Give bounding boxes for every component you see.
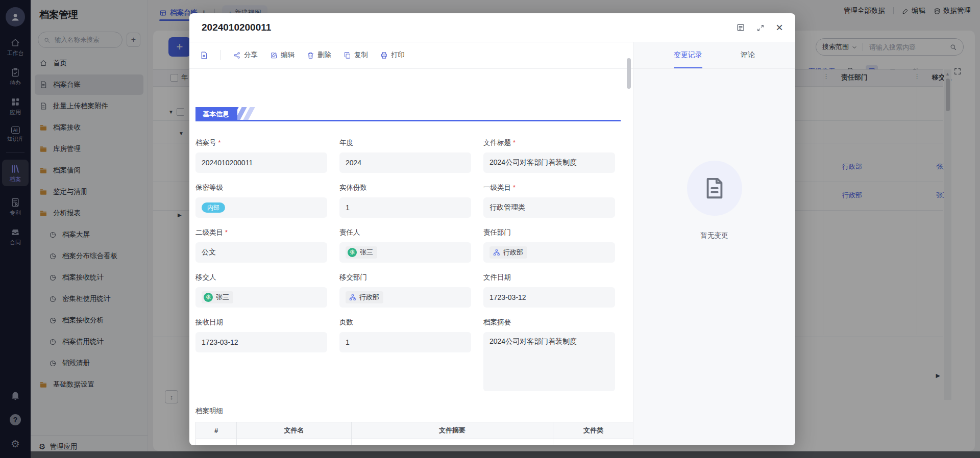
modal-side-panel: 变更记录 评论 暂无变更 bbox=[633, 42, 795, 445]
close-icon[interactable]: × bbox=[776, 22, 783, 33]
modal-content-pane: 分享 编辑 删除 复制 打印 基本信息 bbox=[189, 42, 633, 445]
delete-button[interactable]: 删除 bbox=[307, 50, 331, 60]
print-icon bbox=[380, 51, 388, 59]
trash-icon bbox=[307, 51, 314, 59]
share-button[interactable]: 分享 bbox=[233, 50, 258, 60]
record-detail-modal: 2024010200011 × 分享 编辑 删除 复制 bbox=[189, 13, 795, 445]
detail-row[interactable]: 1 2024公司对客部门着装制度 2024公司对客部门着装制度 bbox=[196, 439, 633, 445]
expand-icon[interactable] bbox=[756, 23, 765, 32]
edit-icon bbox=[270, 51, 278, 59]
user-avatar: 张 bbox=[204, 293, 213, 302]
field-year: 年度 2024 bbox=[339, 138, 471, 173]
org-icon bbox=[493, 249, 500, 256]
doc-preview-icon[interactable] bbox=[200, 50, 208, 60]
field-file-date: 文件日期 1723-03-12 bbox=[483, 273, 615, 308]
detail-col-index: # bbox=[196, 422, 237, 439]
empty-state-doc-icon bbox=[687, 161, 742, 216]
field-owner-dept: 责任部门 行政部 bbox=[483, 228, 615, 263]
field-value[interactable]: 行政部 bbox=[483, 242, 615, 263]
detail-col-filetype: 文件类 bbox=[553, 422, 633, 439]
edit-button[interactable]: 编辑 bbox=[270, 50, 295, 60]
empty-state-text: 暂无变更 bbox=[701, 231, 728, 240]
share-icon bbox=[233, 51, 241, 59]
modal-scrollbar-thumb[interactable] bbox=[627, 58, 631, 89]
field-value[interactable]: 公文 bbox=[195, 242, 327, 263]
field-value[interactable]: 1 bbox=[339, 332, 471, 352]
field-value[interactable]: 1723-03-12 bbox=[195, 332, 327, 352]
org-icon bbox=[349, 294, 356, 301]
field-value[interactable]: 2024 bbox=[339, 152, 471, 173]
secret-level-badge: 内部 bbox=[202, 202, 225, 213]
field-secret-level: 保密等级 内部 bbox=[195, 183, 327, 218]
field-value[interactable]: 张 张三 bbox=[195, 287, 327, 308]
field-summary: 档案摘要 2024公司对客部门着装制度 bbox=[483, 318, 615, 391]
field-value[interactable]: 张 张三 bbox=[339, 242, 471, 263]
field-archive-no: 档案号 2024010200011 bbox=[195, 138, 327, 173]
tab-change-log[interactable]: 变更记录 bbox=[674, 42, 702, 68]
field-transfer-person: 移交人 张 张三 bbox=[195, 273, 327, 308]
field-category-l2: 二级类目 公文 bbox=[195, 228, 327, 263]
field-copies: 实体份数 1 bbox=[339, 183, 471, 218]
field-value[interactable]: 1 bbox=[339, 197, 471, 218]
field-value[interactable]: 2024010200011 bbox=[195, 152, 327, 173]
tab-comments[interactable]: 评论 bbox=[741, 42, 755, 68]
copy-button[interactable]: 复制 bbox=[344, 50, 368, 60]
user-chip[interactable]: 张 张三 bbox=[346, 246, 377, 259]
field-file-title: 文件标题 2024公司对客部门着装制度 bbox=[483, 138, 615, 173]
detail-section-title: 档案明细 bbox=[195, 406, 621, 416]
field-value[interactable]: 2024公司对客部门着装制度 bbox=[483, 332, 615, 391]
field-owner: 责任人 张 张三 bbox=[339, 228, 471, 263]
field-value[interactable]: 行政部 bbox=[339, 287, 471, 308]
user-chip[interactable]: 张 张三 bbox=[202, 291, 233, 303]
dept-chip[interactable]: 行政部 bbox=[489, 246, 527, 259]
record-title: 2024010200011 bbox=[202, 22, 271, 33]
field-value[interactable]: 2024公司对客部门着装制度 bbox=[483, 152, 615, 173]
section-basic-info: 基本信息 bbox=[195, 107, 621, 120]
dept-chip[interactable]: 行政部 bbox=[346, 291, 383, 303]
copy-icon bbox=[344, 51, 351, 59]
print-button[interactable]: 打印 bbox=[380, 50, 405, 60]
doc-list-icon[interactable] bbox=[736, 23, 745, 33]
field-value[interactable]: 1723-03-12 bbox=[483, 287, 615, 308]
field-value[interactable]: 内部 bbox=[195, 197, 327, 218]
field-pages: 页数 1 bbox=[339, 318, 471, 391]
detail-table: # 文件名 文件摘要 文件类 1 2024公司对客部门着装制度 2024公司对客… bbox=[195, 422, 633, 445]
field-category-l1: 一级类目 行政管理类 bbox=[483, 183, 615, 218]
field-value[interactable]: 行政管理类 bbox=[483, 197, 615, 218]
detail-col-summary: 文件摘要 bbox=[352, 422, 553, 439]
user-avatar: 张 bbox=[348, 248, 357, 257]
detail-col-filename: 文件名 bbox=[237, 422, 352, 439]
field-transfer-dept: 移交部门 行政部 bbox=[339, 273, 471, 308]
field-receive-date: 接收日期 1723-03-12 bbox=[195, 318, 327, 391]
